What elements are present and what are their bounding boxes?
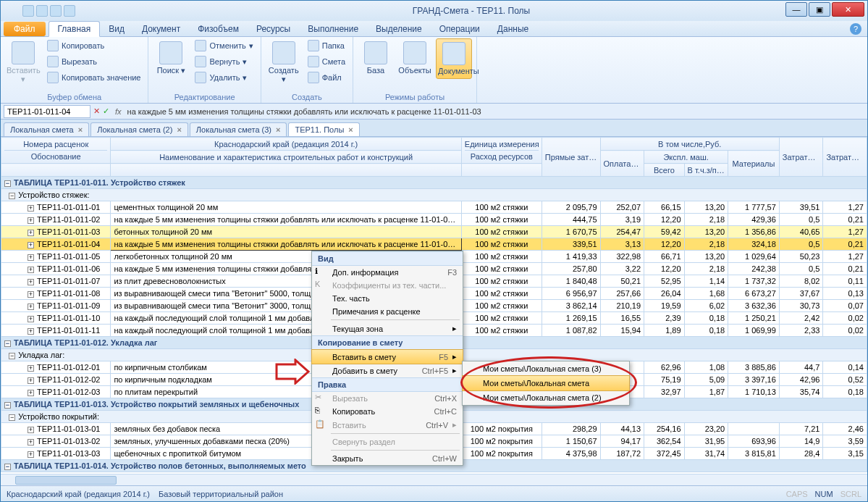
- ctx-paste: 📋ВставитьCtrl+V▸: [312, 418, 463, 432]
- col-labor-workers[interactable]: Затраты труда рабочих: [779, 138, 823, 177]
- ctx-zona[interactable]: Текущая зона▸: [312, 322, 463, 335]
- col-numbers[interactable]: Номера расценокОбоснование: [1, 138, 111, 164]
- tab-data[interactable]: Данные: [489, 22, 537, 36]
- status-bar: Краснодарский край (редакция 2014 г.) Ба…: [1, 485, 867, 501]
- tab-main[interactable]: Главная: [49, 21, 101, 37]
- ctx-copy[interactable]: ⎘КопироватьCtrl+C: [312, 405, 463, 418]
- submenu-item-2[interactable]: Мои сметы\Локальная смета: [462, 375, 630, 391]
- tab-operations[interactable]: Операции: [431, 22, 489, 36]
- undo-icon: [195, 40, 206, 51]
- cell-reference-input[interactable]: [4, 105, 90, 118]
- submenu-insert: Мои сметы\Локальная смета (3) Мои сметы\…: [462, 361, 630, 406]
- close-button[interactable]: ✕: [832, 2, 864, 17]
- ctx-prim[interactable]: Примечания к расценке: [312, 305, 463, 318]
- ctx-dopinfo[interactable]: ℹДоп. информацияF3: [312, 266, 463, 279]
- smeta-button[interactable]: Смета: [305, 54, 348, 69]
- window-title: ГРАНД-Смета - ТЕР11. Полы: [75, 6, 867, 16]
- subsection-row[interactable]: −Устройство стяжек:: [1, 189, 867, 201]
- table-row[interactable]: +ТЕР11-01-011-02на каждые 5 мм изменения…: [1, 214, 867, 226]
- paste-button[interactable]: Вставить ▾: [5, 38, 41, 86]
- tab-resources[interactable]: Ресурсы: [248, 22, 299, 36]
- copyvalue-button[interactable]: Копировать значение: [44, 70, 143, 85]
- doctab-2[interactable]: Локальная смета (2)×: [90, 122, 188, 136]
- ctx-header-copy: Копирование в смету: [312, 335, 463, 350]
- scrollbar-thumb[interactable]: [15, 476, 117, 485]
- col-unit[interactable]: Единица измеренияРасход ресурсов: [461, 138, 542, 164]
- col-machines[interactable]: Экспл. маш.: [644, 151, 728, 164]
- info-icon: ℹ: [315, 267, 326, 278]
- context-menu: Вид ℹДоп. информацияF3 KКоэффициенты из …: [311, 251, 463, 466]
- doctab-3[interactable]: Локальная смета (3)×: [190, 122, 287, 136]
- objects-icon: [403, 41, 426, 64]
- table-row[interactable]: +ТЕР11-01-011-04на каждые 5 мм изменения…: [1, 238, 867, 251]
- base-button[interactable]: База: [358, 38, 394, 78]
- tab-selection[interactable]: Выделение: [367, 22, 431, 36]
- file-menu[interactable]: Файл: [4, 22, 46, 36]
- smeta-icon: [308, 56, 319, 67]
- status-district: Базовый территориальный район: [159, 490, 283, 498]
- col-materials[interactable]: Материалы: [728, 151, 780, 177]
- section-row[interactable]: −ТАБЛИЦА ТЕР11-01-011. Устройство стяжек: [1, 177, 867, 189]
- tab-execution[interactable]: Выполнение: [299, 22, 367, 36]
- table-row[interactable]: +ТЕР11-01-011-03бетонных толщиной 20 мм1…: [1, 226, 867, 238]
- qat-save-icon[interactable]: [22, 5, 34, 17]
- document-tabs: Локальная смета× Локальная смета (2)× Ло…: [1, 120, 867, 137]
- fx-icon[interactable]: fx: [112, 107, 125, 116]
- objects-button[interactable]: Объекты: [397, 38, 433, 78]
- folder-icon: [308, 40, 319, 51]
- qat-dropdown-icon[interactable]: [64, 5, 75, 17]
- group-clipboard-label: Буфер обмена: [5, 91, 143, 101]
- qat-undo-icon[interactable]: [36, 5, 48, 17]
- redo-button[interactable]: Вернуть ▾: [192, 54, 256, 69]
- horizontal-scrollbar[interactable]: [1, 474, 867, 485]
- ctx-add-smeta[interactable]: Добавить в сметуCtrl+F5▸: [312, 364, 463, 377]
- col-wages[interactable]: Оплата труда рабочих: [600, 151, 644, 177]
- undo-button[interactable]: Отменить ▾: [192, 38, 256, 53]
- cut-button[interactable]: Вырезать: [44, 54, 143, 69]
- copyvalue-icon: [47, 72, 59, 83]
- doctab-close-icon[interactable]: ×: [276, 125, 280, 134]
- col-including[interactable]: В том числе,Руб.: [600, 138, 779, 151]
- base-icon: [364, 41, 387, 64]
- formula-text[interactable]: на каждые 5 мм изменения толщины стяжки …: [127, 107, 864, 116]
- copy-button[interactable]: Копировать: [44, 38, 143, 53]
- ctx-cut: ✂ВырезатьCtrl+X: [312, 392, 463, 405]
- ctx-koef: KКоэффициенты из тех. части...: [312, 279, 463, 292]
- submenu-item-1[interactable]: Мои сметы\Локальная смета (3): [463, 361, 629, 376]
- table-row[interactable]: +ТЕР11-01-011-01цементных толщиной 20 мм…: [1, 201, 867, 214]
- col-labor-machinists[interactable]: Затраты труда маш-стов: [823, 138, 867, 177]
- search-button[interactable]: Поиск ▾: [153, 38, 189, 78]
- submenu-item-3[interactable]: Мои сметы\Локальная смета (2): [463, 390, 629, 405]
- doctab-close-icon[interactable]: ×: [78, 125, 83, 134]
- minimize-button[interactable]: —: [785, 2, 807, 17]
- doctab-4[interactable]: ТЕР11. Полы×: [288, 122, 359, 136]
- tab-document[interactable]: Документ: [133, 22, 189, 36]
- quick-access-toolbar: [1, 5, 75, 17]
- ribbon-tabs: Файл Главная Вид Документ Физобъем Ресур…: [1, 21, 867, 37]
- qat-redo-icon[interactable]: [50, 5, 62, 17]
- create-button[interactable]: Создать ▾: [266, 38, 302, 86]
- ctx-insert-smeta[interactable]: Вставить в сметуF5▸: [311, 349, 463, 364]
- col-description[interactable]: Наименование и характеристика строительн…: [111, 151, 461, 164]
- delete-button[interactable]: Удалить ▾: [192, 70, 256, 85]
- col-total[interactable]: Всего: [644, 164, 685, 177]
- col-machinist-wages[interactable]: В т.ч.з/пл маш-тов: [684, 164, 728, 177]
- doctab-close-icon[interactable]: ×: [348, 125, 353, 134]
- col-direct[interactable]: Прямые затраты,Руб.: [542, 138, 600, 177]
- ctx-header-edit: Правка: [312, 377, 463, 392]
- documents-button[interactable]: Документы: [436, 38, 472, 79]
- file-button[interactable]: Файл: [305, 70, 348, 85]
- help-icon[interactable]: ?: [850, 23, 861, 35]
- ctx-close[interactable]: ЗакрытьCtrl+W: [312, 452, 463, 465]
- doctab-close-icon[interactable]: ×: [177, 125, 181, 134]
- folder-button[interactable]: Папка: [305, 38, 348, 53]
- tab-fizobem[interactable]: Физобъем: [189, 22, 248, 36]
- col-region[interactable]: Краснодарский край (редакция 2014 г.): [111, 138, 461, 151]
- doctab-1[interactable]: Локальная смета×: [4, 122, 89, 136]
- cancel-formula-icon[interactable]: ✕: [93, 106, 100, 116]
- ctx-techpart[interactable]: Тех. часть: [312, 292, 463, 305]
- accept-formula-icon[interactable]: ✓: [103, 106, 109, 116]
- tab-view[interactable]: Вид: [100, 22, 133, 36]
- maximize-button[interactable]: ▣: [809, 2, 830, 17]
- documents-icon: [442, 42, 465, 65]
